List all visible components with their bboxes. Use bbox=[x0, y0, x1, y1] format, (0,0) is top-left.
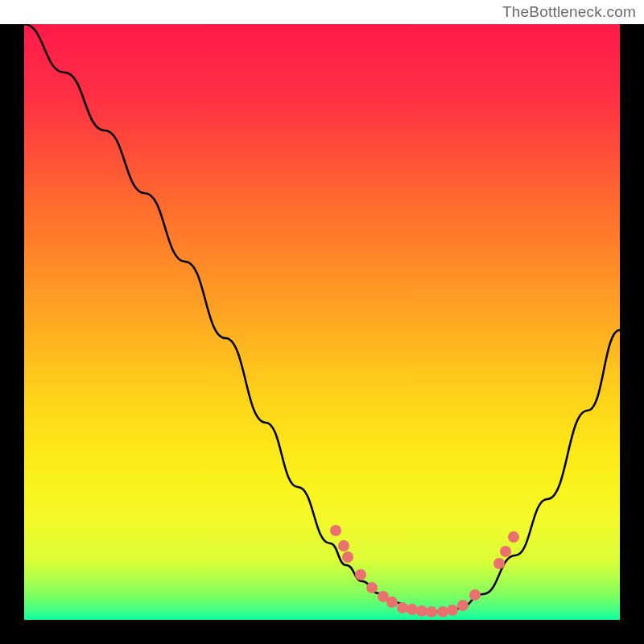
curve-marker bbox=[397, 602, 408, 613]
curve-marker bbox=[457, 600, 469, 611]
header-strip: TheBottleneck.com bbox=[0, 0, 644, 24]
curve-marker bbox=[366, 582, 378, 593]
chart-plot-area bbox=[24, 24, 620, 620]
chart-svg bbox=[24, 24, 620, 620]
attribution-text: TheBottleneck.com bbox=[502, 3, 636, 21]
curve-marker bbox=[355, 569, 366, 580]
curve-marker bbox=[469, 589, 481, 601]
curve-marker bbox=[330, 525, 341, 536]
curve-marker bbox=[493, 558, 505, 569]
curve-marker bbox=[447, 605, 458, 616]
curve-marker bbox=[508, 531, 519, 543]
curve-marker bbox=[500, 546, 511, 557]
curve-marker bbox=[407, 604, 418, 615]
curve-marker bbox=[416, 605, 427, 617]
curve-marker bbox=[386, 597, 398, 608]
curve-marker bbox=[426, 606, 437, 617]
outer-frame: TheBottleneck.com bbox=[0, 0, 644, 644]
curve-marker bbox=[338, 540, 349, 551]
curve-marker bbox=[342, 551, 353, 563]
curve-marker bbox=[437, 606, 448, 617]
